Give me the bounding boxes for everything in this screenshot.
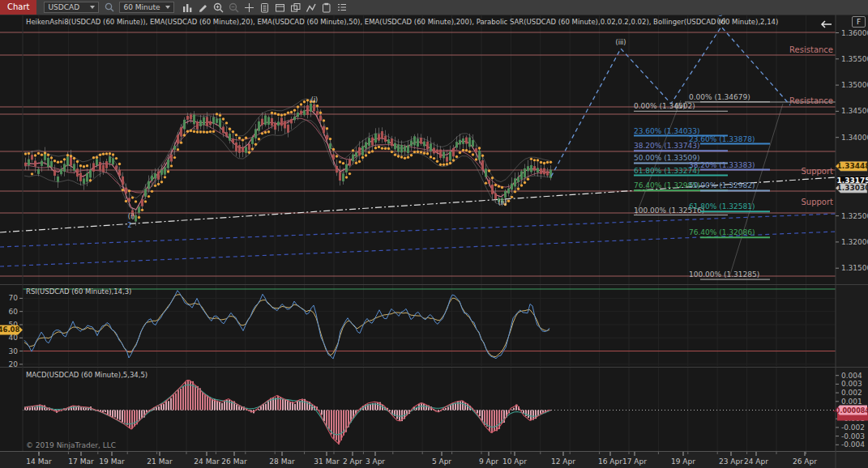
svg-text:(iii): (iii): [616, 39, 626, 46]
svg-text:76.40% (1.32086): 76.40% (1.32086): [689, 228, 755, 236]
crosshair-icon[interactable]: [242, 1, 256, 14]
properties-icon[interactable]: [319, 1, 333, 14]
svg-text:1.31500: 1.31500: [841, 264, 868, 272]
svg-text:12 Apr: 12 Apr: [551, 457, 575, 466]
svg-text:(ii): (ii): [498, 199, 507, 206]
svg-text:Support: Support: [801, 167, 833, 176]
svg-text:1.33448: 1.33448: [837, 162, 868, 170]
svg-text:1.32000: 1.32000: [841, 238, 868, 246]
svg-text:19 Mar: 19 Mar: [99, 457, 125, 466]
focus-button[interactable]: F: [852, 16, 866, 28]
svg-text:1.34500: 1.34500: [841, 107, 868, 115]
chart-panel-icon[interactable]: [273, 1, 287, 14]
svg-text:26 Mar: 26 Mar: [221, 457, 247, 466]
svg-text:-0.0000841: -0.0000841: [833, 407, 868, 415]
instrument-search-icon[interactable]: [102, 1, 116, 14]
svg-text:61.80% (1.32581): 61.80% (1.32581): [689, 202, 755, 211]
svg-text:24 Mar: 24 Mar: [194, 457, 220, 466]
svg-text:16 Apr: 16 Apr: [598, 457, 622, 466]
indicators-icon[interactable]: [289, 1, 302, 14]
svg-text:1.32500: 1.32500: [841, 212, 868, 220]
instrument-select[interactable]: USDCAD: [44, 2, 99, 13]
svg-text:(i): (i): [128, 213, 135, 220]
svg-text:0.003: 0.003: [841, 380, 862, 388]
svg-text:0.00% (1.34679): 0.00% (1.34679): [689, 93, 750, 101]
svg-text:Resistance: Resistance: [789, 96, 833, 105]
svg-text:5 Apr: 5 Apr: [432, 457, 451, 466]
svg-text:9 Apr: 9 Apr: [479, 457, 498, 466]
svg-text:28 Mar: 28 Mar: [269, 457, 295, 466]
svg-text:2: 2: [127, 222, 131, 229]
data-box-icon[interactable]: [335, 1, 348, 14]
rsi-panel-label: RSI(USDCAD (60 Minute),14,3): [26, 287, 131, 296]
svg-text:1.35500: 1.35500: [841, 55, 868, 63]
svg-text:1.34000: 1.34000: [841, 134, 868, 142]
svg-text:70: 70: [9, 294, 19, 302]
svg-text:50.00% (1.32982): 50.00% (1.32982): [689, 181, 755, 189]
svg-text:23.60% (1.33878): 23.60% (1.33878): [689, 135, 755, 143]
svg-text:-0.004: -0.004: [841, 440, 865, 449]
svg-text:60: 60: [9, 308, 19, 316]
svg-text:30: 30: [9, 347, 19, 355]
chart-toolbar: Chart USDCAD 60 Minute: [0, 0, 868, 15]
instrument-value: USDCAD: [48, 2, 79, 12]
tab-chart[interactable]: Chart: [0, 0, 36, 15]
svg-text:14 Mar: 14 Mar: [26, 457, 52, 466]
svg-text:1.36000: 1.36000: [841, 29, 868, 37]
indicator-label-line: HeikenAshi8(USDCAD (60 Minute)), EMA(USD…: [26, 18, 778, 26]
interval-select[interactable]: 60 Minute: [119, 2, 174, 13]
copyright-label: © 2019 NinjaTrader, LLC: [26, 441, 116, 449]
svg-text:38.20% (1.33383): 38.20% (1.33383): [689, 161, 755, 169]
chart-canvas[interactable]: (iii)(iv)(v)3(i)2(i)(ii)0.00% (1.34502)2…: [0, 0, 868, 468]
svg-text:Resistance: Resistance: [789, 45, 833, 54]
svg-text:24 Apr: 24 Apr: [744, 457, 768, 466]
svg-text:21 Mar: 21 Mar: [147, 457, 173, 466]
svg-text:0.00% (1.34502): 0.00% (1.34502): [634, 102, 695, 110]
chevron-down-icon: [90, 6, 95, 9]
svg-text:0.001: 0.001: [841, 398, 862, 406]
svg-text:1.35000: 1.35000: [841, 81, 868, 89]
svg-text:46.08: 46.08: [0, 325, 20, 334]
zoom-out-icon[interactable]: [227, 1, 241, 14]
chart-style-icon[interactable]: [181, 1, 195, 14]
svg-text:0.004: 0.004: [841, 372, 862, 380]
svg-text:40: 40: [9, 334, 19, 342]
macd-value-badge: -0.0000841: [833, 406, 868, 421]
price-badge: 1.33030: [836, 183, 868, 193]
macd-panel-label: MACD(USDCAD (60 Minute),5,34,5): [26, 371, 148, 379]
zoom-in-icon[interactable]: [212, 1, 225, 14]
svg-text:100.00% (1.31285): 100.00% (1.31285): [689, 270, 759, 279]
svg-text:2 Apr: 2 Apr: [343, 457, 362, 466]
svg-text:0.002: 0.002: [841, 389, 862, 397]
svg-text:1.33030: 1.33030: [837, 184, 868, 192]
svg-text:20: 20: [9, 360, 19, 368]
svg-text:26 Apr: 26 Apr: [793, 457, 817, 466]
svg-text:31 Mar: 31 Mar: [314, 457, 340, 466]
svg-text:-0.003: -0.003: [841, 432, 865, 440]
svg-text:38.20% (1.33743): 38.20% (1.33743): [634, 142, 699, 150]
svg-text:-0.002: -0.002: [841, 423, 865, 432]
svg-text:Support: Support: [801, 198, 833, 206]
data-series-icon[interactable]: [258, 1, 272, 14]
svg-text:10 Apr: 10 Apr: [502, 457, 527, 466]
toolbar-icon-group: [180, 1, 349, 14]
rsi-value-badge: 46.08: [0, 325, 23, 334]
trendline-icon[interactable]: [304, 1, 318, 14]
svg-text:(i): (i): [311, 96, 318, 104]
svg-text:23.60% (1.34033): 23.60% (1.34033): [634, 127, 699, 135]
svg-text:17 Mar: 17 Mar: [68, 457, 94, 466]
interval-value: 60 Minute: [123, 2, 160, 12]
ninjatrader-chart-window: Chart USDCAD 60 Minute (iii)(iv)(v)3(i)2…: [0, 0, 868, 468]
chevron-down-icon: [165, 6, 170, 9]
svg-text:3 Apr: 3 Apr: [366, 457, 385, 466]
svg-text:23 Apr: 23 Apr: [719, 457, 743, 466]
price-badge: 1.33448: [836, 161, 868, 171]
drawing-tools-icon[interactable]: [196, 1, 210, 14]
svg-text:19 Apr: 19 Apr: [671, 457, 695, 466]
collapse-left-arrow-icon[interactable]: [819, 18, 833, 29]
svg-text:17 Apr: 17 Apr: [622, 457, 647, 466]
